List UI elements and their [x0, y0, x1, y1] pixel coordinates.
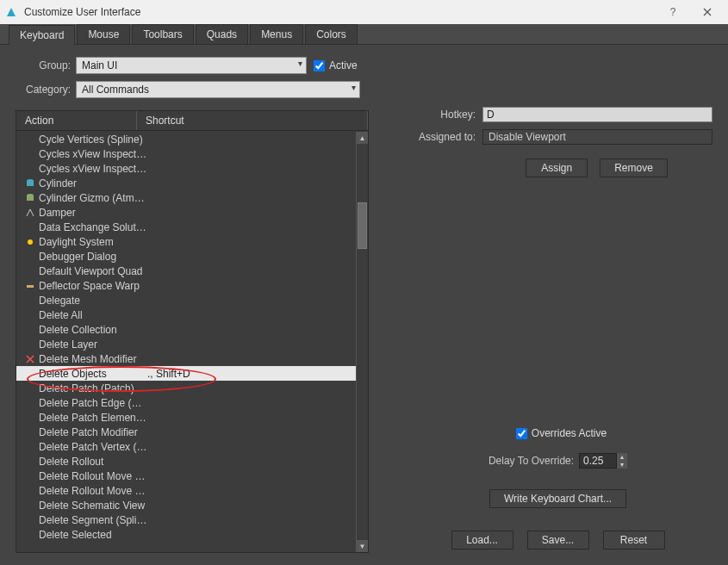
- spin-up[interactable]: ▲: [617, 453, 627, 461]
- blank-icon: [23, 382, 37, 394]
- scroll-thumb[interactable]: [358, 202, 367, 249]
- action-row[interactable]: Cycle Vertices (Spline): [16, 132, 356, 146]
- group-label: Group:: [16, 59, 71, 71]
- action-row[interactable]: Delete Patch Vertex (P...: [16, 439, 356, 454]
- overrides-active-row[interactable]: Overrides Active: [516, 427, 607, 439]
- scrollbar[interactable]: ▲ ▼: [356, 132, 368, 552]
- action-row[interactable]: Damper: [16, 205, 356, 220]
- action-name: Delete Segment (Spline): [39, 514, 147, 526]
- load-button[interactable]: Load...: [451, 531, 513, 549]
- action-name: Default Viewport Quad: [39, 265, 147, 277]
- action-row[interactable]: Delete Collection: [16, 322, 356, 337]
- action-row[interactable]: Delete Rollout: [16, 454, 356, 469]
- svg-rect-5: [27, 285, 34, 288]
- action-row[interactable]: Deflector Space Warp: [16, 278, 356, 293]
- blank-icon: [23, 368, 37, 380]
- overrides-active-checkbox[interactable]: [516, 428, 527, 439]
- hotkey-label: Hotkey:: [403, 109, 476, 121]
- action-row[interactable]: Default Viewport Quad: [16, 264, 356, 278]
- blank-icon: [23, 412, 37, 424]
- category-select[interactable]: All Commands: [76, 81, 360, 98]
- action-name: Delete Patch (Patch): [39, 382, 147, 394]
- scroll-up-arrow[interactable]: ▲: [357, 132, 368, 144]
- blank-icon: [23, 338, 37, 351]
- tab-row: KeyboardMouseToolbarsQuadsMenusColors: [0, 24, 728, 45]
- action-name: Delete Collection: [39, 324, 147, 336]
- assigned-to-label: Assigned to:: [403, 131, 476, 143]
- tab-menus[interactable]: Menus: [250, 24, 303, 44]
- action-row[interactable]: Delete Selected: [16, 527, 356, 542]
- col-shortcut[interactable]: Shortcut: [137, 111, 368, 130]
- action-list[interactable]: Action Shortcut Cycle Vertices (Spline)C…: [16, 110, 369, 553]
- dmesh-icon: [23, 353, 37, 365]
- action-row[interactable]: Delete Schematic View: [16, 498, 356, 512]
- close-button[interactable]: [690, 0, 725, 24]
- blank-icon: [23, 324, 37, 336]
- action-row[interactable]: Delete All: [16, 307, 356, 322]
- hotkey-input[interactable]: [482, 107, 712, 122]
- write-chart-button[interactable]: Write Keyboard Chart...: [489, 489, 626, 508]
- action-name: Deflector Space Warp: [39, 280, 147, 292]
- action-row[interactable]: Debugger Dialog: [16, 249, 356, 264]
- action-row[interactable]: Delete Segment (Spline): [16, 512, 356, 527]
- action-name: Delete Patch Element (...: [39, 412, 147, 424]
- cyl2-icon: [23, 192, 37, 204]
- cyl-icon: [23, 177, 37, 189]
- action-row[interactable]: Delete Layer: [16, 337, 356, 351]
- action-row[interactable]: Delete Patch Edge (Pa...: [16, 395, 356, 410]
- action-row[interactable]: Delete Patch (Patch): [16, 381, 356, 395]
- active-label: Active: [329, 59, 358, 71]
- assign-button[interactable]: Assign: [526, 158, 588, 177]
- action-row[interactable]: Daylight System: [16, 234, 356, 249]
- blank-icon: [23, 265, 37, 277]
- blank-icon: [23, 500, 37, 512]
- tab-quads[interactable]: Quads: [196, 24, 248, 44]
- help-button[interactable]: ?: [656, 0, 690, 24]
- action-name: Delete Rollout: [39, 456, 147, 468]
- group-select[interactable]: Main UI: [76, 57, 307, 74]
- action-row[interactable]: Delete Rollout Move Up: [16, 483, 356, 498]
- action-name: Delete Patch Modifier: [39, 426, 147, 438]
- action-row[interactable]: Delete Rollout Move D...: [16, 469, 356, 483]
- tab-toolbars[interactable]: Toolbars: [132, 24, 193, 44]
- action-name: Delete Mesh Modifier: [39, 353, 147, 365]
- action-row[interactable]: Cycles xView Inspectio...: [16, 146, 356, 161]
- save-button[interactable]: Save...: [527, 531, 589, 549]
- blank-icon: [23, 309, 37, 321]
- delay-override-input[interactable]: [579, 453, 617, 469]
- col-action[interactable]: Action: [16, 111, 137, 130]
- action-row[interactable]: Data Exchange Solutio...: [16, 220, 356, 234]
- blank-icon: [23, 251, 37, 263]
- tab-colors[interactable]: Colors: [305, 24, 358, 44]
- tab-keyboard[interactable]: Keyboard: [9, 25, 75, 45]
- action-name: Delete Patch Edge (Pa...: [39, 397, 147, 409]
- blank-icon: [23, 397, 37, 409]
- action-name: Delete All: [39, 309, 147, 321]
- action-row[interactable]: Cylinder: [16, 176, 356, 190]
- action-name: Debugger Dialog: [39, 251, 147, 263]
- scroll-down-arrow[interactable]: ▼: [357, 540, 368, 552]
- action-row[interactable]: Delegate: [16, 293, 356, 307]
- action-row[interactable]: Cycles xView Inspectio...: [16, 161, 356, 176]
- action-row[interactable]: Delete Objects., Shift+D: [16, 366, 356, 381]
- spin-down[interactable]: ▼: [617, 461, 627, 469]
- action-name: Delete Patch Vertex (P...: [39, 441, 147, 453]
- active-checkbox[interactable]: [314, 60, 325, 71]
- blank-icon: [23, 221, 37, 233]
- blank-icon: [23, 485, 37, 497]
- scroll-track[interactable]: [357, 144, 368, 540]
- action-row[interactable]: Delete Patch Element (...: [16, 410, 356, 425]
- action-row[interactable]: Cylinder Gizmo (Atmos...: [16, 190, 356, 205]
- reset-button[interactable]: Reset: [603, 531, 665, 549]
- delay-override-spinner[interactable]: ▲ ▼: [579, 453, 627, 469]
- blank-icon: [23, 529, 37, 541]
- blank-icon: [23, 133, 37, 146]
- action-name: Damper: [39, 207, 147, 219]
- blank-icon: [23, 456, 37, 468]
- tab-mouse[interactable]: Mouse: [77, 24, 130, 44]
- action-name: Cycles xView Inspectio...: [39, 148, 147, 160]
- remove-button[interactable]: Remove: [600, 158, 668, 177]
- action-row[interactable]: Delete Mesh Modifier: [16, 351, 356, 366]
- action-row[interactable]: Delete Patch Modifier: [16, 425, 356, 439]
- blank-icon: [23, 426, 37, 438]
